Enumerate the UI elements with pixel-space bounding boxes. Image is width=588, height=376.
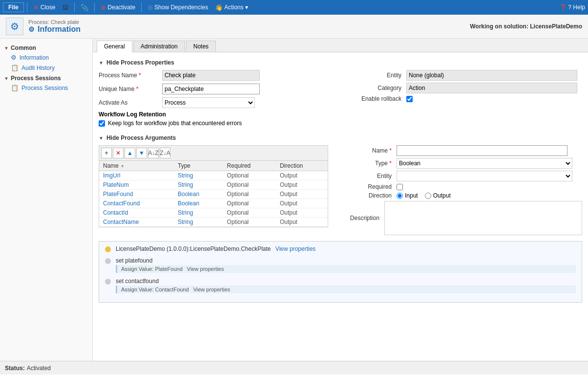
col-type-header[interactable]: Type bbox=[174, 161, 223, 171]
direction-input-radio[interactable] bbox=[397, 193, 403, 199]
process-name-required: * bbox=[137, 72, 141, 79]
enable-rollback-row: Enable rollback bbox=[343, 95, 582, 102]
direction-output-radio[interactable] bbox=[425, 193, 431, 199]
toolbar-separator-4 bbox=[141, 2, 142, 12]
toolbar: File ✕ Close 🖫 📎 ⊗ Deactivate ⊞ Show Dep… bbox=[0, 0, 588, 15]
enable-rollback-label: Enable rollback bbox=[343, 95, 401, 102]
enable-rollback-checkbox[interactable] bbox=[406, 96, 413, 102]
attach-button[interactable]: 📎 bbox=[78, 3, 91, 12]
arg-type-cell[interactable]: String bbox=[174, 180, 223, 190]
tab-general[interactable]: General bbox=[97, 41, 132, 52]
arg-name-cell[interactable]: PlateFound bbox=[99, 190, 174, 199]
delete-arg-button[interactable]: ✕ bbox=[113, 148, 124, 158]
arg-type-cell[interactable]: String bbox=[174, 208, 223, 218]
tab-notes[interactable]: Notes bbox=[186, 41, 216, 52]
workflow-log-label: Workflow Log Retention bbox=[99, 111, 333, 118]
workflow-content-2: set platefound Assign Value: PlateFound … bbox=[116, 257, 576, 273]
arg-required-checkbox[interactable] bbox=[397, 184, 403, 190]
table-row[interactable]: ContactFound Boolean Optional Output bbox=[99, 199, 328, 208]
workflow-sub3-label: Assign Value: ContactFound bbox=[121, 287, 189, 292]
arg-required-cell: Optional bbox=[223, 171, 276, 180]
sidebar-item-process-sessions[interactable]: 📋 Process Sessions bbox=[0, 83, 92, 93]
col-direction-header[interactable]: Direction bbox=[276, 161, 328, 171]
workflow-sub2-label: Assign Value: PlateFound bbox=[121, 266, 183, 272]
col-required-header[interactable]: Required bbox=[223, 161, 276, 171]
workflow-item2-link[interactable]: View properties bbox=[187, 266, 224, 272]
arg-desc-textarea[interactable] bbox=[384, 201, 582, 235]
page-title-text: Information bbox=[38, 25, 81, 34]
help-icon: ❓ bbox=[560, 4, 567, 11]
arg-entity-select[interactable] bbox=[397, 171, 572, 181]
direction-radio-group: Input Output bbox=[397, 192, 451, 199]
table-row[interactable]: ContactId String Optional Output bbox=[99, 208, 328, 218]
direction-input-option[interactable]: Input bbox=[397, 192, 418, 199]
arg-name-cell[interactable]: ContactId bbox=[99, 208, 174, 218]
arg-name-input[interactable] bbox=[397, 145, 567, 156]
table-row[interactable]: ImgUrl String Optional Output bbox=[99, 171, 328, 180]
workflow-section: LicensePlateDemo (1.0.0.0):LicensePlateD… bbox=[99, 241, 582, 303]
move-up-button[interactable]: ▲ bbox=[125, 148, 135, 158]
arg-name-cell[interactable]: ImgUrl bbox=[99, 171, 174, 180]
table-row[interactable]: PlateNum String Optional Output bbox=[99, 180, 328, 190]
common-label: Common bbox=[11, 44, 36, 51]
tab-administration[interactable]: Administration bbox=[133, 41, 185, 52]
audit-history-label: Audit History bbox=[21, 65, 55, 71]
save-icon: 🖫 bbox=[62, 4, 68, 11]
workflow-content-3: set contactfound Assign Value: ContactFo… bbox=[116, 278, 576, 293]
direction-output-option[interactable]: Output bbox=[425, 192, 451, 199]
page-header-left: ⚙ Process: Check plate ⚙ Information bbox=[6, 18, 81, 35]
deactivate-button[interactable]: ⊗ Deactivate bbox=[98, 3, 138, 12]
arg-name-cell[interactable]: ContactName bbox=[99, 218, 174, 227]
unique-name-input[interactable] bbox=[162, 84, 260, 94]
information-label: Information bbox=[20, 54, 49, 61]
arg-required-cell: Optional bbox=[223, 190, 276, 199]
sidebar-common-header: ▼ Common bbox=[0, 43, 92, 52]
page-header: ⚙ Process: Check plate ⚙ Information Wor… bbox=[0, 15, 588, 39]
arg-type-cell[interactable]: Boolean bbox=[174, 199, 223, 208]
workflow-item1-link[interactable]: View properties bbox=[275, 245, 316, 252]
sort-az-button[interactable]: A↓Z bbox=[148, 148, 159, 158]
hide-process-args-label: Hide Process Arguments bbox=[106, 134, 176, 141]
process-props-split: Process Name * Unique Name * Activate As bbox=[99, 70, 582, 130]
arg-direction-cell: Output bbox=[276, 190, 328, 199]
file-button[interactable]: File bbox=[3, 2, 24, 12]
show-deps-button[interactable]: ⊞ Show Dependencies bbox=[145, 3, 211, 12]
workflow-item-2: set platefound Assign Value: PlateFound … bbox=[105, 257, 576, 273]
arg-required-cell: Optional bbox=[223, 208, 276, 218]
add-arg-button[interactable]: + bbox=[101, 148, 112, 158]
col-name-header[interactable]: Name ▼ bbox=[99, 161, 174, 171]
arg-name-cell[interactable]: ContactFound bbox=[99, 199, 174, 208]
arg-name-cell[interactable]: PlateNum bbox=[99, 180, 174, 190]
actions-button[interactable]: 👋 Actions ▾ bbox=[212, 3, 251, 12]
deactivate-icon: ⊗ bbox=[101, 4, 106, 11]
workflow-item3-link[interactable]: View properties bbox=[193, 287, 231, 292]
workflow-dot-3 bbox=[105, 279, 111, 285]
close-label: Close bbox=[41, 4, 56, 11]
close-button[interactable]: ✕ Close bbox=[30, 2, 59, 12]
unique-name-required: * bbox=[134, 86, 138, 92]
activate-as-select[interactable]: Process bbox=[162, 97, 255, 108]
props-toggle[interactable]: ▼ bbox=[99, 60, 104, 66]
args-toggle[interactable]: ▼ bbox=[99, 135, 104, 141]
sidebar-item-audit-history[interactable]: 📋 Audit History bbox=[0, 63, 92, 73]
sidebar-item-information[interactable]: ⚙ Information bbox=[0, 52, 92, 63]
page-title: ⚙ Information bbox=[28, 25, 81, 34]
help-label: ? Help bbox=[568, 4, 585, 11]
arg-type-cell[interactable]: Boolean bbox=[174, 190, 223, 199]
arg-type-select[interactable]: Boolean String Integer bbox=[397, 158, 572, 169]
process-name-input[interactable] bbox=[162, 70, 260, 81]
sidebar: ▼ Common ⚙ Information 📋 Audit History ▼… bbox=[0, 39, 93, 361]
save-button[interactable]: 🖫 bbox=[59, 3, 71, 12]
sidebar-process-sessions-header: ▼ Process Sessions bbox=[0, 73, 92, 83]
table-row[interactable]: ContactName String Optional Output bbox=[99, 218, 328, 227]
arg-type-cell[interactable]: String bbox=[174, 171, 223, 180]
move-down-button[interactable]: ▼ bbox=[136, 148, 147, 158]
sort-za-button[interactable]: Z↓A bbox=[160, 148, 170, 158]
arg-type-cell[interactable]: String bbox=[174, 218, 223, 227]
attach-icon: 📎 bbox=[81, 4, 88, 11]
entity-label: Entity bbox=[343, 72, 401, 79]
direction-input-label: Input bbox=[405, 192, 418, 199]
keep-logs-checkbox[interactable] bbox=[99, 120, 105, 127]
table-row[interactable]: PlateFound Boolean Optional Output bbox=[99, 190, 328, 199]
process-name-label: Process Name * bbox=[99, 72, 162, 79]
